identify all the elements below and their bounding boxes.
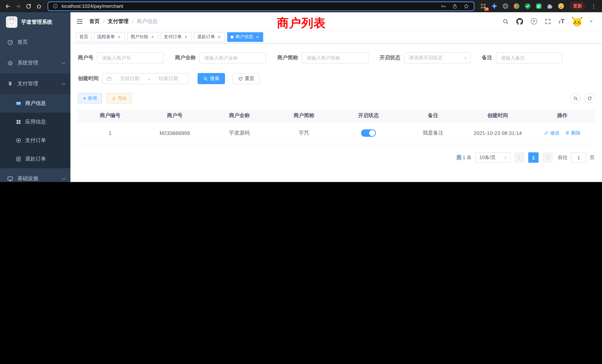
sidebar-item-label: 支付管理 bbox=[17, 80, 58, 87]
cell-remark: 我是备注 bbox=[401, 129, 466, 136]
fullscreen-icon[interactable] bbox=[544, 18, 551, 25]
close-icon[interactable]: × bbox=[150, 34, 155, 39]
delete-link[interactable]: 删除 bbox=[565, 129, 581, 136]
close-icon[interactable]: × bbox=[183, 34, 188, 39]
merchant-fullname-input[interactable] bbox=[199, 52, 266, 63]
address-bar[interactable]: localhost:1024/pay/merchant bbox=[47, 1, 474, 11]
extension-spark-icon[interactable] bbox=[491, 3, 498, 10]
app-title: 芋道管理系统 bbox=[21, 19, 52, 25]
user-avatar[interactable] bbox=[572, 16, 583, 27]
sidebar-item-refund-order[interactable]: 退款订单 bbox=[0, 150, 70, 168]
forward-button[interactable] bbox=[13, 1, 23, 11]
header-actions: ? TT bbox=[502, 16, 593, 27]
end-date-placeholder[interactable]: 结束日期 bbox=[152, 75, 185, 82]
next-page-button[interactable] bbox=[542, 152, 553, 163]
url-text[interactable]: localhost:1024/pay/merchant bbox=[62, 3, 437, 9]
share-icon[interactable] bbox=[452, 3, 458, 9]
refresh-icon bbox=[587, 96, 592, 101]
app-header: 首页 / 支付管理 / 商户信息 ? bbox=[70, 12, 602, 31]
cell-full-name: 芋道源码 bbox=[207, 129, 272, 136]
close-icon[interactable]: × bbox=[117, 34, 122, 39]
help-icon[interactable]: ? bbox=[530, 18, 537, 25]
prev-page-button[interactable] bbox=[514, 152, 525, 163]
page-size-select[interactable]: 10条/页 bbox=[475, 152, 510, 163]
tab-flow-form[interactable]: 流程表单 × bbox=[94, 32, 125, 42]
extension-green-note-icon[interactable] bbox=[535, 3, 542, 10]
reload-icon bbox=[26, 3, 32, 9]
toggle-search-button[interactable] bbox=[570, 93, 580, 103]
sidebar-item-home[interactable]: 首页 bbox=[0, 32, 70, 53]
edit-pencil-icon bbox=[544, 130, 549, 135]
sidebar-item-payment[interactable]: ¥ 支付管理 bbox=[0, 73, 70, 94]
goto-page-input[interactable] bbox=[571, 152, 586, 163]
font-size-icon[interactable]: TT bbox=[559, 18, 565, 24]
breadcrumb-home[interactable]: 首页 bbox=[89, 18, 100, 25]
page-number-button[interactable]: 1 bbox=[528, 152, 539, 163]
close-icon[interactable]: × bbox=[255, 34, 260, 39]
extensions-puzzle-icon[interactable] bbox=[546, 3, 553, 10]
breadcrumb-separator: / bbox=[103, 18, 105, 24]
table-row: 1 M233666999 芋道源码 芋艿 我是备注 2021-10-23 08:… bbox=[78, 122, 595, 144]
search-button[interactable]: 搜索 bbox=[198, 73, 225, 84]
merchant-table: 商户编号 商户号 商户全称 商户简称 开启状态 备注 创建时间 操作 1 M23… bbox=[78, 110, 595, 144]
tab-label: 支付订单 bbox=[164, 34, 182, 40]
header-search-icon[interactable] bbox=[502, 18, 509, 25]
extension-dark-circle-icon[interactable] bbox=[502, 3, 509, 10]
edit-link[interactable]: 修改 bbox=[544, 129, 560, 136]
tab-label: 商户信息 bbox=[235, 34, 253, 40]
create-time-label: 创建时间 bbox=[78, 75, 99, 82]
column-header: 备注 bbox=[401, 112, 466, 119]
browser-menu-icon[interactable]: ⋮ bbox=[590, 3, 598, 10]
reset-button[interactable]: 重置 bbox=[232, 73, 260, 84]
site-info-icon[interactable] bbox=[53, 3, 58, 9]
sidebar-item-app-info[interactable]: 应用信息 bbox=[0, 113, 70, 131]
merchant-shortname-input[interactable] bbox=[302, 52, 368, 63]
remark-label: 备注 bbox=[482, 54, 492, 61]
create-time-range-picker[interactable]: 开始日期 - 结束日期 bbox=[102, 73, 189, 84]
browser-update-button[interactable]: 更新 bbox=[569, 1, 586, 11]
export-button[interactable]: 导出 bbox=[106, 93, 132, 103]
tab-refund-order[interactable]: 退款订单 × bbox=[194, 32, 225, 42]
sidebar-item-infrastructure[interactable]: 基础设施 bbox=[0, 168, 70, 182]
merchant-no-input[interactable] bbox=[97, 52, 164, 63]
remark-input[interactable] bbox=[496, 52, 563, 63]
monitor-icon bbox=[7, 175, 13, 182]
close-icon[interactable]: × bbox=[217, 34, 222, 39]
chevron-down-icon bbox=[504, 155, 507, 159]
extension-colorful-icon[interactable]: 10 bbox=[480, 3, 487, 10]
avatar-caret-icon[interactable] bbox=[590, 21, 593, 24]
add-button[interactable]: + 新增 bbox=[78, 93, 102, 103]
date-separator: - bbox=[148, 76, 151, 81]
home-button[interactable] bbox=[34, 1, 44, 11]
sidebar-item-label: 商户信息 bbox=[25, 100, 70, 107]
hamburger-icon[interactable] bbox=[76, 18, 83, 25]
reload-button[interactable] bbox=[24, 1, 33, 11]
back-button[interactable] bbox=[3, 1, 13, 11]
app-logo[interactable]: 芋道管理系统 bbox=[0, 12, 70, 32]
profile-avatar-icon[interactable] bbox=[558, 3, 565, 10]
bookmark-star-icon[interactable] bbox=[463, 3, 469, 9]
refresh-table-button[interactable] bbox=[584, 93, 595, 103]
sidebar-item-label: 退款订单 bbox=[25, 156, 70, 162]
sidebar-item-label: 首页 bbox=[17, 39, 65, 46]
tab-merchant-info[interactable]: 商户信息 × bbox=[227, 32, 263, 42]
status-select[interactable]: 请选择开启状态 bbox=[404, 52, 471, 63]
password-key-icon[interactable] bbox=[440, 3, 446, 9]
tab-home[interactable]: 首页 bbox=[76, 32, 92, 42]
tab-user-group[interactable]: 用户分组 × bbox=[127, 32, 158, 42]
start-date-placeholder[interactable]: 开始日期 bbox=[113, 75, 146, 82]
sidebar-item-system[interactable]: 系统管理 bbox=[0, 53, 70, 73]
sidebar-item-merchant-info[interactable]: 商户信息 bbox=[0, 94, 70, 113]
sidebar-item-pay-order[interactable]: 支付订单 bbox=[0, 131, 70, 150]
extension-duotone-icon[interactable] bbox=[513, 3, 520, 10]
goto-unit: 页 bbox=[590, 154, 595, 161]
extensions-area: 10 更新 ⋮ bbox=[478, 1, 599, 11]
dashboard-icon bbox=[7, 39, 13, 45]
extension-green-check-icon[interactable] bbox=[524, 3, 531, 10]
column-header: 商户号 bbox=[142, 112, 207, 119]
page-size-value: 10条/页 bbox=[479, 154, 496, 161]
github-icon[interactable] bbox=[516, 18, 523, 25]
tab-pay-order[interactable]: 支付订单 × bbox=[161, 32, 192, 42]
breadcrumb-payment[interactable]: 支付管理 bbox=[108, 18, 129, 25]
status-toggle[interactable] bbox=[361, 129, 376, 137]
